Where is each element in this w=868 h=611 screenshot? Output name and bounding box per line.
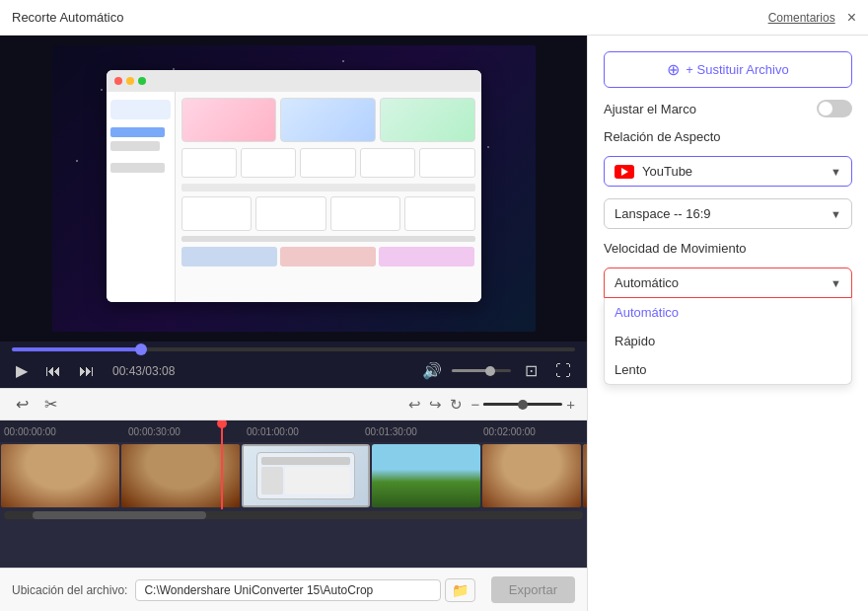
speed-dropdown-open: Automático ▼ Automático Rápido Lento	[604, 267, 852, 298]
ruler-mark-3: 00:01:30:00	[365, 420, 417, 442]
ruler-mark-1: 00:00:30:00	[128, 420, 181, 442]
speed-option-fast[interactable]: Rápido	[605, 327, 851, 355]
window-title: Recorte Automático	[12, 10, 123, 25]
speed-dropdown-menu: Automático Rápido Lento	[604, 298, 852, 385]
zoom-in-button[interactable]: +	[566, 396, 575, 413]
replace-file-label: + Sustituir Archivo	[686, 62, 788, 77]
ruler-mark-0: 00:00:00:00	[4, 420, 56, 442]
scissors-btn[interactable]: ✂	[40, 393, 61, 416]
volume-track[interactable]	[452, 369, 511, 372]
export-button[interactable]: Exportar	[491, 576, 575, 603]
speed-selected-label: Automático	[615, 275, 679, 290]
file-bar: Ubicación del archivo: 📁 Exportar	[0, 568, 587, 611]
ratio-dropdown[interactable]: Lanspace -- 16:9 ▼	[604, 198, 852, 229]
skip-back-button[interactable]: ⏮	[41, 360, 65, 382]
volume-thumb[interactable]	[485, 366, 495, 376]
comments-link[interactable]: Comentarios	[768, 11, 835, 25]
platform-dropdown-arrow: ▼	[831, 166, 841, 178]
volume-icon[interactable]: 🔊	[418, 359, 446, 382]
adjust-frame-row: Ajustar el Marco	[604, 100, 852, 117]
clip-1[interactable]	[1, 444, 119, 507]
fit-icon[interactable]: ⊡	[521, 359, 542, 382]
edit-toolbar: ↩ ✂ ↩ ↪ ↻ − +	[0, 388, 587, 420]
timeline-clips	[0, 442, 587, 509]
timeline-area	[0, 442, 587, 568]
video-screenshot-content	[107, 70, 481, 302]
ratio-dropdown-arrow: ▼	[831, 208, 841, 220]
platform-selected-label: YouTube	[642, 164, 692, 179]
ratio-dropdown-container: Lanspace -- 16:9 ▼	[604, 198, 852, 229]
fullscreen-icon[interactable]: ⛶	[551, 360, 575, 382]
clips-playhead	[221, 442, 223, 509]
ruler-mark-4: 00:02:00:00	[483, 420, 536, 442]
speed-dropdown-arrow: ▼	[831, 277, 841, 289]
play-button[interactable]: ▶	[12, 359, 32, 382]
redo-button[interactable]: ↪	[429, 396, 442, 414]
file-location-label: Ubicación del archivo:	[12, 583, 127, 597]
close-button[interactable]: ×	[847, 10, 856, 26]
youtube-icon	[615, 165, 634, 179]
zoom-thumb[interactable]	[518, 400, 528, 410]
plus-icon: ⊕	[667, 60, 680, 79]
video-inner	[52, 45, 536, 332]
seek-bar-area[interactable]	[0, 342, 587, 353]
timeline-playhead[interactable]	[221, 420, 223, 442]
timeline-scrollbar[interactable]	[4, 511, 583, 519]
speed-option-auto[interactable]: Automático	[605, 298, 851, 327]
seek-fill	[12, 347, 141, 351]
clip-6[interactable]	[583, 444, 587, 507]
replace-file-button[interactable]: ⊕ + Sustituir Archivo	[604, 51, 852, 88]
seek-track[interactable]	[12, 347, 575, 351]
platform-dropdown[interactable]: YouTube ▼	[604, 156, 852, 187]
adjust-frame-toggle[interactable]	[817, 100, 852, 117]
title-bar-right: Comentarios ×	[768, 10, 856, 26]
skip-forward-button[interactable]: ⏭	[75, 360, 99, 382]
left-panel: ▶ ⏮ ⏭ 00:43/03:08 🔊 ⊡ ⛶ ↩ ✂ ↩ ↪ ↻	[0, 36, 587, 611]
timeline-ruler: 00:00:00:00 00:00:30:00 00:01:00:00 00:0…	[0, 420, 587, 442]
platform-dropdown-container: YouTube ▼	[604, 156, 852, 187]
refresh-button[interactable]: ↻	[450, 396, 463, 414]
time-display: 00:43/03:08	[112, 364, 175, 378]
controls-bar: ▶ ⏮ ⏭ 00:43/03:08 🔊 ⊡ ⛶	[0, 353, 587, 388]
zoom-out-button[interactable]: −	[470, 396, 479, 413]
main-layout: ▶ ⏮ ⏭ 00:43/03:08 🔊 ⊡ ⛶ ↩ ✂ ↩ ↪ ↻	[0, 36, 868, 611]
undo-icon-btn[interactable]: ↩	[12, 393, 33, 416]
undo-button[interactable]: ↩	[408, 396, 421, 414]
ruler-mark-2: 00:01:00:00	[247, 420, 299, 442]
zoom-controls: − +	[470, 396, 575, 413]
undo-redo-area: ↩ ↪ ↻	[408, 396, 463, 414]
folder-button[interactable]: 📁	[445, 578, 475, 602]
volume-area: 🔊	[418, 359, 511, 382]
file-path-container: 📁	[135, 578, 474, 602]
right-panel: ⊕ + Sustituir Archivo Ajustar el Marco R…	[587, 36, 868, 611]
clip-3[interactable]	[242, 444, 370, 507]
movement-speed-label: Velocidad de Movimiento	[604, 241, 852, 256]
zoom-track[interactable]	[483, 403, 562, 406]
folder-icon: 📁	[452, 582, 469, 598]
adjust-frame-label: Ajustar el Marco	[604, 102, 696, 116]
speed-dropdown-trigger[interactable]: Automático ▼	[604, 267, 852, 298]
video-preview	[0, 36, 587, 342]
seek-thumb[interactable]	[135, 344, 147, 355]
clip-5[interactable]	[482, 444, 581, 507]
title-bar: Recorte Automático Comentarios ×	[0, 0, 868, 36]
aspect-ratio-label: Relación de Aspecto	[604, 129, 852, 144]
clip-4[interactable]	[372, 444, 480, 507]
ratio-selected-label: Lanspace -- 16:9	[615, 206, 711, 221]
speed-option-slow[interactable]: Lento	[605, 355, 851, 384]
file-path-input[interactable]	[135, 579, 440, 601]
toggle-thumb	[819, 102, 832, 115]
zoom-fill	[483, 403, 523, 406]
title-bar-left: Recorte Automático	[12, 10, 123, 25]
